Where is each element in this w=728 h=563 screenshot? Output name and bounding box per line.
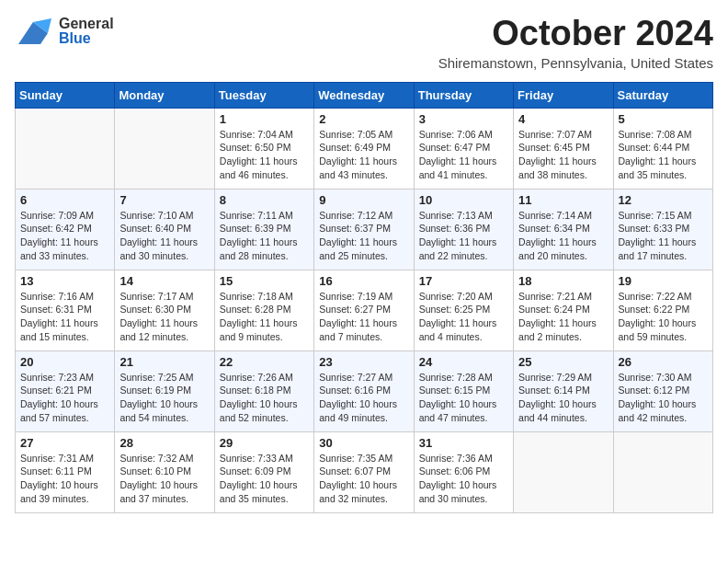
day-info: Sunrise: 7:07 AM Sunset: 6:45 PM Dayligh… bbox=[518, 128, 608, 182]
day-info: Sunrise: 7:04 AM Sunset: 6:50 PM Dayligh… bbox=[220, 128, 309, 182]
day-info: Sunrise: 7:14 AM Sunset: 6:34 PM Dayligh… bbox=[518, 209, 608, 263]
day-number: 7 bbox=[119, 193, 209, 207]
day-info: Sunrise: 7:05 AM Sunset: 6:49 PM Dayligh… bbox=[319, 128, 408, 182]
page-header: General Blue October 2024 Shiremanstown,… bbox=[15, 15, 713, 71]
day-number: 1 bbox=[220, 112, 309, 126]
col-header-monday: Monday bbox=[115, 82, 214, 108]
calendar-cell: 9Sunrise: 7:12 AM Sunset: 6:37 PM Daylig… bbox=[314, 189, 414, 270]
calendar-cell: 5Sunrise: 7:08 AM Sunset: 6:44 PM Daylig… bbox=[613, 108, 712, 189]
col-header-friday: Friday bbox=[514, 82, 613, 108]
calendar-cell: 16Sunrise: 7:19 AM Sunset: 6:27 PM Dayli… bbox=[314, 270, 414, 350]
calendar-cell: 26Sunrise: 7:30 AM Sunset: 6:12 PM Dayli… bbox=[613, 350, 712, 431]
day-info: Sunrise: 7:19 AM Sunset: 6:27 PM Dayligh… bbox=[319, 290, 408, 344]
calendar-cell: 29Sunrise: 7:33 AM Sunset: 6:09 PM Dayli… bbox=[214, 431, 313, 512]
day-info: Sunrise: 7:23 AM Sunset: 6:21 PM Dayligh… bbox=[20, 371, 109, 425]
day-info: Sunrise: 7:27 AM Sunset: 6:16 PM Dayligh… bbox=[319, 371, 408, 425]
calendar-cell: 22Sunrise: 7:26 AM Sunset: 6:18 PM Dayli… bbox=[214, 350, 313, 431]
day-number: 6 bbox=[20, 193, 109, 207]
calendar-cell bbox=[16, 108, 115, 189]
day-number: 11 bbox=[518, 193, 608, 207]
calendar-cell: 27Sunrise: 7:31 AM Sunset: 6:11 PM Dayli… bbox=[16, 431, 115, 512]
calendar-cell: 12Sunrise: 7:15 AM Sunset: 6:33 PM Dayli… bbox=[613, 189, 712, 270]
day-number: 9 bbox=[319, 193, 408, 207]
logo-general-text: General bbox=[59, 17, 114, 31]
day-number: 19 bbox=[619, 274, 708, 288]
calendar-cell: 1Sunrise: 7:04 AM Sunset: 6:50 PM Daylig… bbox=[214, 108, 313, 189]
title-block: October 2024 Shiremanstown, Pennsylvania… bbox=[438, 15, 713, 71]
day-number: 23 bbox=[319, 355, 408, 369]
day-info: Sunrise: 7:15 AM Sunset: 6:33 PM Dayligh… bbox=[619, 209, 708, 263]
day-info: Sunrise: 7:13 AM Sunset: 6:36 PM Dayligh… bbox=[419, 209, 508, 263]
calendar-cell: 19Sunrise: 7:22 AM Sunset: 6:22 PM Dayli… bbox=[613, 270, 712, 350]
calendar-cell: 3Sunrise: 7:06 AM Sunset: 6:47 PM Daylig… bbox=[414, 108, 513, 189]
calendar-cell: 31Sunrise: 7:36 AM Sunset: 6:06 PM Dayli… bbox=[414, 431, 513, 512]
day-number: 10 bbox=[419, 193, 508, 207]
logo-blue-text: Blue bbox=[59, 31, 114, 46]
day-info: Sunrise: 7:08 AM Sunset: 6:44 PM Dayligh… bbox=[619, 128, 708, 182]
day-info: Sunrise: 7:10 AM Sunset: 6:40 PM Dayligh… bbox=[119, 209, 209, 263]
day-info: Sunrise: 7:17 AM Sunset: 6:30 PM Dayligh… bbox=[119, 290, 209, 344]
day-number: 4 bbox=[518, 112, 608, 126]
day-info: Sunrise: 7:12 AM Sunset: 6:37 PM Dayligh… bbox=[319, 209, 408, 263]
col-header-saturday: Saturday bbox=[613, 82, 712, 108]
calendar-week-row: 13Sunrise: 7:16 AM Sunset: 6:31 PM Dayli… bbox=[16, 270, 713, 350]
calendar-cell: 25Sunrise: 7:29 AM Sunset: 6:14 PM Dayli… bbox=[514, 350, 613, 431]
day-number: 13 bbox=[20, 274, 109, 288]
day-info: Sunrise: 7:30 AM Sunset: 6:12 PM Dayligh… bbox=[619, 371, 708, 425]
day-info: Sunrise: 7:18 AM Sunset: 6:28 PM Dayligh… bbox=[220, 290, 309, 344]
calendar-cell: 10Sunrise: 7:13 AM Sunset: 6:36 PM Dayli… bbox=[414, 189, 513, 270]
day-info: Sunrise: 7:06 AM Sunset: 6:47 PM Dayligh… bbox=[419, 128, 508, 182]
calendar-cell: 7Sunrise: 7:10 AM Sunset: 6:40 PM Daylig… bbox=[115, 189, 214, 270]
day-number: 27 bbox=[20, 436, 109, 450]
calendar-cell: 23Sunrise: 7:27 AM Sunset: 6:16 PM Dayli… bbox=[314, 350, 414, 431]
day-info: Sunrise: 7:09 AM Sunset: 6:42 PM Dayligh… bbox=[20, 209, 109, 263]
calendar-cell: 30Sunrise: 7:35 AM Sunset: 6:07 PM Dayli… bbox=[314, 431, 414, 512]
day-info: Sunrise: 7:20 AM Sunset: 6:25 PM Dayligh… bbox=[419, 290, 508, 344]
day-number: 17 bbox=[419, 274, 508, 288]
day-number: 15 bbox=[220, 274, 309, 288]
day-info: Sunrise: 7:32 AM Sunset: 6:10 PM Dayligh… bbox=[119, 452, 209, 506]
day-info: Sunrise: 7:35 AM Sunset: 6:07 PM Dayligh… bbox=[319, 452, 408, 506]
day-number: 3 bbox=[419, 112, 508, 126]
calendar-cell: 6Sunrise: 7:09 AM Sunset: 6:42 PM Daylig… bbox=[16, 189, 115, 270]
day-number: 24 bbox=[419, 355, 508, 369]
calendar-cell: 4Sunrise: 7:07 AM Sunset: 6:45 PM Daylig… bbox=[514, 108, 613, 189]
location-text: Shiremanstown, Pennsylvania, United Stat… bbox=[438, 55, 713, 71]
day-number: 31 bbox=[419, 436, 508, 450]
calendar-week-row: 6Sunrise: 7:09 AM Sunset: 6:42 PM Daylig… bbox=[16, 189, 713, 270]
day-number: 25 bbox=[518, 355, 608, 369]
day-number: 21 bbox=[119, 355, 209, 369]
day-number: 5 bbox=[619, 112, 708, 126]
calendar-week-row: 27Sunrise: 7:31 AM Sunset: 6:11 PM Dayli… bbox=[16, 431, 713, 512]
calendar-cell: 14Sunrise: 7:17 AM Sunset: 6:30 PM Dayli… bbox=[115, 270, 214, 350]
day-info: Sunrise: 7:36 AM Sunset: 6:06 PM Dayligh… bbox=[419, 452, 508, 506]
calendar-cell: 24Sunrise: 7:28 AM Sunset: 6:15 PM Dayli… bbox=[414, 350, 513, 431]
day-number: 8 bbox=[220, 193, 309, 207]
day-number: 30 bbox=[319, 436, 408, 450]
calendar-cell: 13Sunrise: 7:16 AM Sunset: 6:31 PM Dayli… bbox=[16, 270, 115, 350]
col-header-thursday: Thursday bbox=[414, 82, 513, 108]
logo-icon bbox=[15, 15, 55, 48]
calendar-cell: 21Sunrise: 7:25 AM Sunset: 6:19 PM Dayli… bbox=[115, 350, 214, 431]
col-header-tuesday: Tuesday bbox=[214, 82, 313, 108]
day-number: 29 bbox=[220, 436, 309, 450]
calendar-cell: 2Sunrise: 7:05 AM Sunset: 6:49 PM Daylig… bbox=[314, 108, 414, 189]
day-number: 28 bbox=[119, 436, 209, 450]
month-title: October 2024 bbox=[438, 15, 713, 53]
day-number: 26 bbox=[619, 355, 708, 369]
calendar-cell bbox=[115, 108, 214, 189]
calendar-cell: 18Sunrise: 7:21 AM Sunset: 6:24 PM Dayli… bbox=[514, 270, 613, 350]
calendar-week-row: 20Sunrise: 7:23 AM Sunset: 6:21 PM Dayli… bbox=[16, 350, 713, 431]
day-info: Sunrise: 7:25 AM Sunset: 6:19 PM Dayligh… bbox=[119, 371, 209, 425]
day-number: 20 bbox=[20, 355, 109, 369]
day-number: 16 bbox=[319, 274, 408, 288]
calendar-cell: 11Sunrise: 7:14 AM Sunset: 6:34 PM Dayli… bbox=[514, 189, 613, 270]
calendar-cell bbox=[613, 431, 712, 512]
logo: General Blue bbox=[15, 15, 114, 48]
day-info: Sunrise: 7:11 AM Sunset: 6:39 PM Dayligh… bbox=[220, 209, 309, 263]
calendar-cell bbox=[514, 431, 613, 512]
day-info: Sunrise: 7:28 AM Sunset: 6:15 PM Dayligh… bbox=[419, 371, 508, 425]
day-info: Sunrise: 7:33 AM Sunset: 6:09 PM Dayligh… bbox=[220, 452, 309, 506]
day-info: Sunrise: 7:26 AM Sunset: 6:18 PM Dayligh… bbox=[220, 371, 309, 425]
day-number: 18 bbox=[518, 274, 608, 288]
